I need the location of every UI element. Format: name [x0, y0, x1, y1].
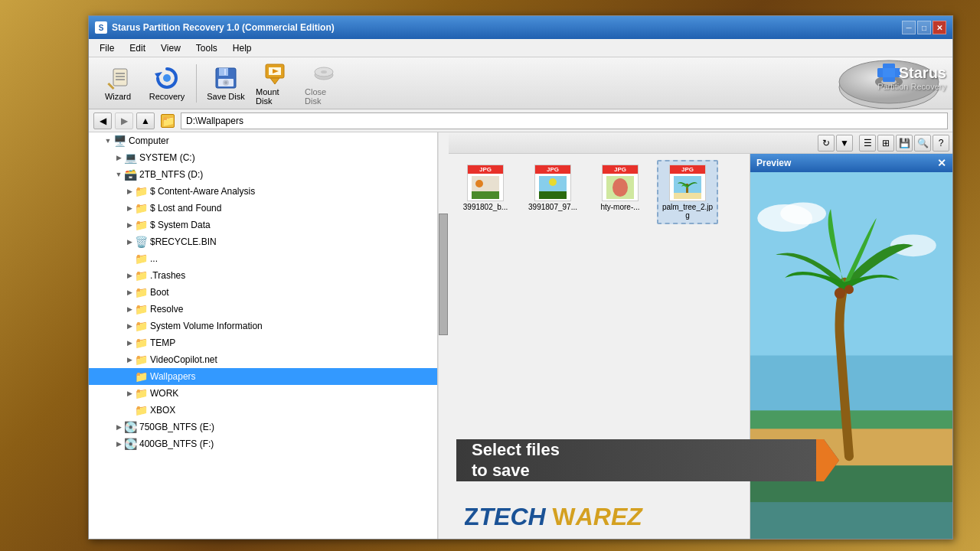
- close-disk-button[interactable]: Close Disk: [301, 60, 347, 106]
- resolve-icon: 📁: [135, 303, 147, 315]
- toggle-temp[interactable]: ▶: [124, 337, 135, 348]
- tree-item-750gb-e[interactable]: ▶ 💽 750GB_NTFS (E:): [89, 419, 437, 435]
- toggle-xbox: [124, 405, 135, 416]
- boot-icon: 📁: [135, 286, 147, 298]
- back-button[interactable]: ◀: [93, 112, 112, 129]
- save-disk-button[interactable]: Save Disk: [203, 60, 249, 106]
- recycle-bin-icon: 🗑️: [135, 236, 147, 248]
- svg-rect-33: [539, 191, 567, 199]
- file-item-4[interactable]: JPG: [657, 160, 718, 224]
- tree-label-boot: Boot: [150, 287, 169, 298]
- work-icon: 📁: [135, 387, 147, 399]
- up-button[interactable]: ▲: [136, 112, 155, 129]
- file-thumb-1: JPG: [467, 165, 504, 201]
- toggle-resolve[interactable]: ▶: [124, 304, 135, 315]
- save-button[interactable]: 💾: [896, 135, 913, 152]
- file-name-4: palm_tree_2.jpg: [662, 203, 714, 220]
- tree-item-work[interactable]: ▶ 📁 WORK: [89, 385, 437, 402]
- dots-icon: 📁: [135, 253, 147, 265]
- tree-item-svi[interactable]: ▶ 📁 System Volume Information: [89, 318, 437, 334]
- tree-item-temp[interactable]: ▶ 📁 TEMP: [89, 334, 437, 351]
- mount-disk-button[interactable]: Mount Disk: [252, 60, 298, 106]
- tree-pane: ▼ 🖥️ Computer ▶ 💻 SYSTEM (C:) ▼ 🗃️: [89, 132, 438, 539]
- tree-item-computer[interactable]: ▼ 🖥️ Computer: [89, 132, 437, 149]
- address-bar: ◀ ▶ ▲ 📁 D:\Wallpapers: [89, 109, 952, 132]
- tree-item-lost-found[interactable]: ▶ 📁 $ Lost and Found: [89, 200, 437, 217]
- toggle-2tb-d[interactable]: ▼: [113, 169, 124, 180]
- toggle-system-data[interactable]: ▶: [124, 220, 135, 230]
- svg-point-47: [835, 288, 845, 298]
- toggle-boot[interactable]: ▶: [124, 287, 135, 298]
- tree-label-computer: Computer: [129, 135, 169, 146]
- tree-item-400gb-f[interactable]: ▶ 💽 400GB_NTFS (F:): [89, 435, 437, 452]
- address-path[interactable]: D:\Wallpapers: [181, 112, 948, 129]
- search-button[interactable]: 🔍: [914, 135, 931, 152]
- toggle-content-aware[interactable]: ▶: [124, 186, 135, 197]
- system-data-icon: 📁: [135, 219, 147, 231]
- file-item-2[interactable]: JPG 3991807_97...: [522, 160, 583, 224]
- watermark-tech: TECH: [479, 503, 553, 530]
- toggle-lost-found[interactable]: ▶: [124, 203, 135, 214]
- toggle-recycle-bin[interactable]: ▶: [124, 236, 135, 247]
- tree-container: ▼ 🖥️ Computer ▶ 💻 SYSTEM (C:) ▼ 🗃️: [89, 132, 449, 539]
- tree-item-content-aware[interactable]: ▶ 📁 $ Content-Aware Analysis: [89, 183, 437, 200]
- toggle-system-c[interactable]: ▶: [113, 152, 124, 163]
- file-name-2: 3991807_97...: [528, 203, 577, 211]
- view-list-button[interactable]: ☰: [859, 135, 876, 152]
- svg-rect-40: [750, 172, 952, 356]
- trashes-icon: 📁: [135, 269, 147, 282]
- menu-view[interactable]: View: [153, 41, 188, 55]
- tree-item-xbox[interactable]: 📁 XBOX: [89, 402, 437, 419]
- tree-item-recycle-bin[interactable]: ▶ 🗑️ $RECYCLE.BIN: [89, 233, 437, 250]
- toggle-computer[interactable]: ▼: [103, 135, 113, 146]
- tree-item-2tb-d[interactable]: ▼ 🗃️ 2TB_NTFS (D:): [89, 166, 437, 183]
- tree-label-system-data: $ System Data: [150, 220, 211, 230]
- tree-item-resolve[interactable]: ▶ 📁 Resolve: [89, 301, 437, 318]
- tree-scrollbar-thumb[interactable]: [439, 214, 448, 335]
- menu-tools[interactable]: Tools: [188, 41, 225, 55]
- tree-item-system-data[interactable]: ▶ 📁 $ System Data: [89, 217, 437, 233]
- view-large-button[interactable]: ⊞: [877, 135, 894, 152]
- maximize-button[interactable]: □: [917, 21, 931, 34]
- toggle-svi[interactable]: ▶: [124, 321, 135, 331]
- watermark-arez: AREZ: [576, 503, 642, 530]
- tree-scrollbar[interactable]: [438, 132, 449, 539]
- toggle-wallpapers[interactable]: [124, 371, 135, 382]
- svg-rect-30: [472, 191, 499, 199]
- toggle-trashes[interactable]: ▶: [124, 270, 135, 281]
- menu-help[interactable]: Help: [225, 41, 260, 55]
- filter-button[interactable]: ▼: [836, 135, 853, 152]
- toggle-750gb-e[interactable]: ▶: [113, 422, 124, 432]
- save-disk-label: Save Disk: [207, 92, 245, 101]
- wizard-button[interactable]: Wizard: [95, 60, 141, 106]
- close-button[interactable]: ✕: [933, 21, 946, 34]
- close-disk-icon: [312, 61, 336, 86]
- file-item-1[interactable]: JPG 3991802_b...: [455, 160, 516, 224]
- lost-found-icon: 📁: [135, 202, 147, 214]
- toggle-work[interactable]: ▶: [124, 388, 135, 399]
- tree-item-dots[interactable]: 📁 ...: [89, 250, 437, 267]
- preview-close-button[interactable]: ✕: [937, 157, 946, 169]
- recovery-button[interactable]: Recovery: [144, 60, 190, 106]
- menu-edit[interactable]: Edit: [122, 41, 153, 55]
- preview-title: Preview: [756, 158, 791, 168]
- toolbar-sep-1: [196, 64, 197, 103]
- main-window: S Starus Partition Recovery 1.0 (Commerc…: [88, 15, 953, 540]
- file-item-3[interactable]: JPG hty-more-...: [590, 160, 651, 224]
- help-button[interactable]: ?: [933, 135, 949, 152]
- forward-button[interactable]: ▶: [115, 112, 133, 129]
- toggle-400gb-f[interactable]: ▶: [113, 439, 124, 449]
- toggle-videocopilot[interactable]: ▶: [124, 354, 135, 365]
- tree-item-boot[interactable]: ▶ 📁 Boot: [89, 284, 437, 301]
- minimize-button[interactable]: ─: [902, 21, 916, 34]
- tree-item-trashes[interactable]: ▶ 📁 .Trashes: [89, 267, 437, 284]
- svg-point-35: [612, 178, 628, 197]
- tree-label-resolve: Resolve: [150, 304, 183, 315]
- tree-item-system-c[interactable]: ▶ 💻 SYSTEM (C:): [89, 149, 437, 166]
- tree-label-lost-found: $ Lost and Found: [150, 203, 221, 214]
- menu-file[interactable]: File: [92, 41, 122, 55]
- tree-item-videocopilot[interactable]: ▶ 📁 VideoCopilot.net: [89, 351, 437, 368]
- refresh-button[interactable]: ↻: [818, 135, 835, 152]
- videocopilot-icon: 📁: [135, 354, 147, 366]
- tree-item-wallpapers[interactable]: 📁 Wallpapers: [89, 368, 437, 385]
